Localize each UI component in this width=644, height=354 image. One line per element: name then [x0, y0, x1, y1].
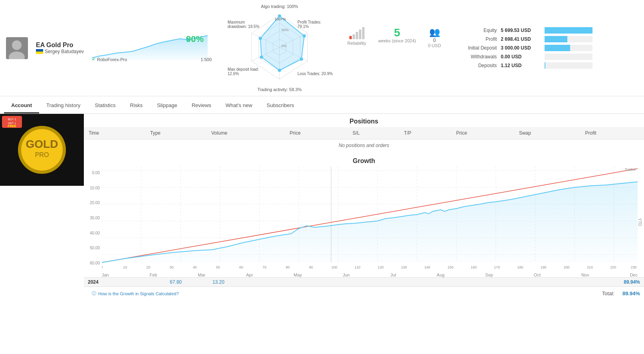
y-label: 10.00 — [86, 186, 100, 190]
y-label: 50.00 — [86, 246, 100, 250]
svg-text:70: 70 — [263, 265, 267, 269]
svg-text:0%: 0% — [281, 44, 287, 48]
radar-label-right-bot: Loss Trades: 20.9% — [297, 72, 333, 76]
svg-point-16 — [260, 56, 263, 59]
user-info: EA Gold Pro Sergey Batudayev — [36, 42, 84, 54]
radar-label-top: Algo trading: 100% — [261, 4, 298, 9]
y-label: 40.00 — [86, 231, 100, 235]
svg-text:220: 220 — [610, 265, 616, 269]
ytd-value: 89.94% — [624, 279, 640, 285]
tab-account[interactable]: Account — [4, 98, 39, 113]
svg-text:10: 10 — [123, 265, 127, 269]
svg-text:50%: 50% — [281, 28, 289, 32]
percent-badge: 90% — [186, 34, 204, 44]
positions-table: TimeTypeVolumePriceS/LT/PPriceSwapProfit… — [84, 127, 644, 151]
svg-text:60: 60 — [239, 265, 243, 269]
equity-row: Withdrawals 0.00 USD — [453, 54, 592, 60]
help-link[interactable]: ⓘ How is the Growth in Signals Calculate… — [88, 289, 183, 298]
svg-text:140: 140 — [424, 265, 430, 269]
positions-title: Positions — [84, 114, 644, 127]
subscribers-icon: 👥 — [429, 27, 440, 38]
eq-value: 0.00 USD — [501, 54, 541, 60]
month-label-jan: Jan — [102, 272, 109, 277]
tab-subscribers[interactable]: Subscribers — [260, 98, 301, 113]
tab-slippage[interactable]: Slippage — [150, 98, 184, 113]
y-axis: 60.0050.0040.0030.0020.0010.000.00 — [84, 167, 102, 277]
radar-label-right-top: Profit Trades: 79.1% — [297, 20, 333, 29]
month-label-feb: Feb — [150, 272, 157, 277]
tabs: AccountTrading historyStatisticsRisksSli… — [0, 98, 644, 114]
y-label: 30.00 — [86, 216, 100, 220]
col-volume: Volume — [206, 127, 285, 139]
total-block: Total: 89.94% — [602, 290, 640, 296]
reliability-label: Reliability — [347, 41, 366, 46]
tab-risks[interactable]: Risks — [123, 98, 150, 113]
svg-text:40: 40 — [193, 265, 197, 269]
weeks-block: 5 weeks (since 2024) — [378, 27, 416, 43]
year-row: 2024 67.80 13.20 89.94% — [84, 277, 644, 286]
eq-bar-wrap — [545, 45, 592, 51]
y-label: 60.00 — [86, 261, 100, 265]
svg-text:110: 110 — [355, 265, 361, 269]
svg-text:0: 0 — [102, 265, 103, 269]
eq-bar — [545, 45, 570, 51]
radar-container: Algo trading: 100% — [230, 4, 329, 92]
year-cell: 2024 — [88, 279, 112, 285]
month-label-jul: Jul — [390, 272, 396, 277]
stats-right: Reliability 5 weeks (since 2024) 👥 0 0 U… — [347, 27, 592, 69]
bar-1 — [349, 36, 352, 39]
radar-label-bottom: Trading activity: 58.3% — [258, 87, 302, 92]
svg-text:230: 230 — [631, 265, 637, 269]
svg-text:90: 90 — [309, 265, 313, 269]
ytd-axis-label: YTD — [638, 218, 644, 226]
equity-block: Equity 5 699.53 USD Profit 2 698.41 USD … — [453, 27, 592, 69]
eq-bar-wrap — [545, 36, 592, 42]
col-price: Price — [285, 127, 348, 139]
flag-icon — [36, 49, 43, 54]
col-t/p: T/P — [399, 127, 452, 139]
bar-3 — [356, 32, 358, 39]
svg-text:120: 120 — [378, 265, 384, 269]
broker-check-icon: ✔ — [92, 57, 95, 62]
bar-5 — [362, 27, 365, 39]
bar-2 — [353, 34, 355, 39]
growth-section: Growth 60.0050.0040.0030.0020.0010.000.0… — [84, 151, 644, 302]
tab-reviews[interactable]: Reviews — [184, 98, 218, 113]
equity-row: Initial Deposit 3 000.00 USD — [453, 45, 592, 51]
eq-value: 2 698.41 USD — [501, 36, 541, 42]
jan-value: 67.80 — [155, 279, 197, 285]
svg-text:20: 20 — [146, 265, 150, 269]
total-label: Total: — [602, 290, 614, 296]
month-label-mar: Mar — [198, 272, 206, 277]
month-label-aug: Aug — [437, 272, 445, 277]
eq-label: Equity — [453, 28, 497, 33]
tab-statistics[interactable]: Statistics — [88, 98, 123, 113]
header: EA Gold Pro Sergey Batudayev 90% ✔ RoboF… — [0, 0, 644, 96]
eq-bar-wrap — [545, 54, 592, 60]
month-label-apr: Apr — [246, 272, 253, 277]
equity-row: Deposits 1.12 USD — [453, 62, 592, 69]
month-label-may: May — [293, 272, 302, 277]
svg-point-15 — [278, 69, 281, 72]
col-profit: Profit — [580, 127, 644, 139]
eq-bar — [545, 36, 567, 42]
growth-chart-wrap: 60.0050.0040.0030.0020.0010.000.00 — [84, 167, 644, 277]
eq-value: 5 699.53 USD — [501, 28, 541, 33]
col-time: Time — [84, 127, 145, 139]
svg-text:GOLD: GOLD — [26, 138, 58, 150]
equity-row: Profit 2 698.41 USD — [453, 36, 592, 42]
main-content: GOLD PRO BUY 1 GET 1 FREE Positions Time… — [0, 114, 644, 302]
eq-bar-wrap — [545, 27, 592, 34]
subscribers-block: 👥 0 0 USD — [428, 27, 441, 48]
tab-trading-history[interactable]: Trading history — [39, 98, 88, 113]
svg-point-17 — [259, 37, 262, 40]
ad-sidebar: GOLD PRO BUY 1 GET 1 FREE — [0, 114, 84, 302]
month-label-oct: Oct — [534, 272, 541, 277]
no-data-message: No positions and orders — [84, 139, 644, 152]
tab-what's-new[interactable]: What's new — [218, 98, 260, 113]
bottom-row: ⓘ How is the Growth in Signals Calculate… — [84, 286, 644, 300]
feb-value: 13.20 — [197, 279, 240, 285]
svg-text:170: 170 — [494, 265, 500, 269]
col-price: Price — [452, 127, 514, 139]
y-label: 20.00 — [86, 201, 100, 205]
